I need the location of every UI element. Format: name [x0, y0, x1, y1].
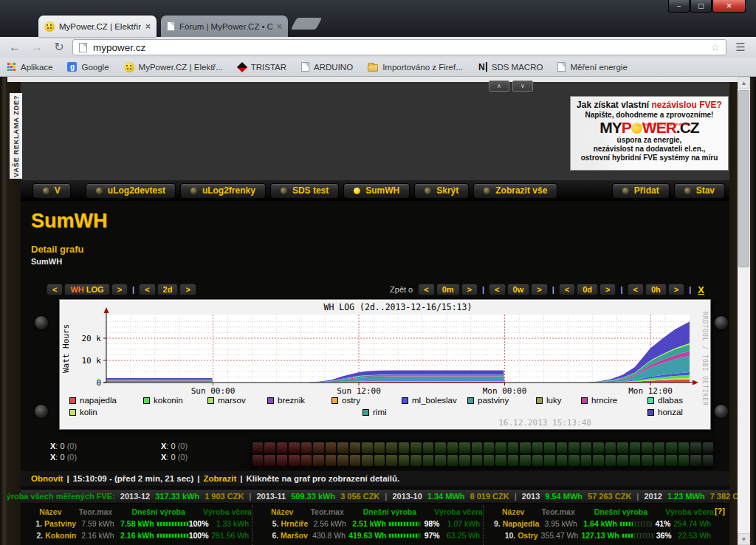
heat-cell[interactable] — [252, 455, 263, 466]
bookmark-sds[interactable]: NSDS MACRO — [478, 62, 543, 72]
heat-cell[interactable] — [617, 442, 628, 453]
heat-cell[interactable] — [472, 442, 482, 453]
heat-cell[interactable] — [617, 455, 628, 466]
heat-cell[interactable] — [264, 442, 275, 453]
table-row[interactable]: 1. Pastviny7.59 kWh7.58 kWh100%1.33 kWh — [24, 518, 249, 529]
nav-tab-ulog2devtest[interactable]: uLog2devtest — [86, 183, 176, 199]
heat-cell[interactable] — [326, 442, 336, 453]
rrd-graph-panel[interactable]: Sun 00:00Sun 12:00Mon 00:00Mon 12:00010 … — [59, 299, 711, 430]
heat-cell[interactable] — [399, 455, 409, 466]
heat-cell[interactable] — [666, 455, 676, 466]
heat-cell[interactable] — [374, 455, 385, 466]
heat-cell[interactable] — [520, 455, 530, 466]
heat-cell[interactable] — [666, 442, 676, 453]
address-bar[interactable]: mypower.cz ☆ — [72, 39, 726, 55]
close-graph-button[interactable]: X — [698, 284, 704, 295]
step-label-0h[interactable]: 0h — [645, 284, 667, 295]
show-link[interactable]: Zobrazit — [204, 474, 237, 483]
page-scroll-up-button[interactable]: ∧ — [489, 80, 509, 92]
heat-cell[interactable] — [557, 455, 567, 466]
heat-cell[interactable] — [678, 442, 689, 453]
heat-cell[interactable] — [495, 455, 506, 466]
heat-cell[interactable] — [252, 442, 263, 453]
heat-cell[interactable] — [362, 442, 372, 453]
nav-tab-v[interactable]: V — [32, 183, 71, 199]
page-scrollbar[interactable]: ▲ ▼ — [738, 77, 750, 545]
bookmark-star-icon[interactable]: ☆ — [710, 41, 720, 53]
bookmark-smiley[interactable]: MyPower.CZ | Elektř... — [124, 62, 223, 72]
heat-cell[interactable] — [642, 455, 652, 466]
heat-cell[interactable] — [410, 442, 421, 453]
heat-cell[interactable] — [459, 455, 470, 466]
bookmark-google[interactable]: gGoogle — [67, 62, 109, 72]
nav-button-zobrazit-vše[interactable]: Zobrazit vše — [473, 183, 557, 199]
nav-button-stav[interactable]: Stav — [674, 183, 725, 199]
help-link[interactable]: [?] — [715, 507, 725, 515]
heat-cell[interactable] — [264, 455, 275, 466]
minimize-button[interactable]: – — [668, 0, 690, 13]
heat-cell[interactable] — [495, 442, 506, 453]
step-fwd-button-0d[interactable]: > — [599, 284, 616, 295]
step-label-0w[interactable]: 0w — [507, 284, 530, 295]
step-fwd-button-0m[interactable]: > — [461, 284, 478, 295]
heat-cell[interactable] — [399, 442, 409, 453]
side-ad-banner[interactable]: VAŠE REKLAMA ZDE? — [10, 93, 22, 179]
heat-cell[interactable] — [350, 442, 360, 453]
heat-cell[interactable] — [301, 455, 312, 466]
heat-cell[interactable] — [568, 455, 579, 466]
heat-cell[interactable] — [484, 442, 494, 453]
heat-cell[interactable] — [301, 442, 312, 453]
mypower-ad-banner[interactable]: Jak získat vlastní nezávislou FVE? Napiš… — [570, 96, 729, 171]
heat-cell[interactable] — [630, 455, 640, 466]
table-row[interactable]: 5. Hrnčíře2.56 kWh2.51 kWh98%1.07 kWh — [255, 518, 480, 529]
heat-cell[interactable] — [532, 442, 543, 453]
heat-cell[interactable] — [459, 442, 470, 453]
heat-cell[interactable] — [374, 442, 385, 453]
heat-cell[interactable] — [581, 442, 591, 453]
heat-cell[interactable] — [568, 442, 579, 453]
heat-cell[interactable] — [289, 442, 299, 453]
graph-prev-button[interactable]: < — [47, 284, 63, 295]
heat-cell[interactable] — [435, 442, 445, 453]
step-back-button-0w[interactable]: < — [489, 284, 505, 295]
step-back-button-0m[interactable]: < — [418, 284, 434, 295]
tab-forum[interactable]: Fórum | MyPower.CZ • Oc × — [161, 16, 288, 37]
heat-cell[interactable] — [520, 442, 530, 453]
table-row[interactable]: 9. Napajedla3.95 kWh1.64 kWh41%254.74 Wh — [487, 518, 711, 529]
heat-cell[interactable] — [532, 455, 543, 466]
heat-cell[interactable] — [678, 455, 689, 466]
heat-cell[interactable] — [593, 442, 603, 453]
refresh-link[interactable]: Obnovit — [31, 474, 63, 483]
bookmark-apps[interactable]: Aplikace — [7, 63, 52, 72]
heat-cell[interactable] — [508, 455, 518, 466]
table-row[interactable]: 2. Kokonín2.16 kWh2.16 kWh100%291.56 Wh — [24, 529, 249, 541]
nav-button-skrýt[interactable]: Skrýt — [414, 183, 469, 199]
step-label-0d[interactable]: 0d — [577, 284, 598, 295]
heat-cell[interactable] — [690, 442, 701, 453]
heat-cell[interactable] — [447, 455, 458, 466]
bookmark-page[interactable]: Měření energie — [557, 62, 627, 72]
heat-cell[interactable] — [337, 442, 348, 453]
graph-selector[interactable]: WH LOG — [64, 284, 109, 295]
nav-tab-ulog2frenky[interactable]: uLog2frenky — [180, 183, 266, 199]
heat-cell[interactable] — [508, 442, 518, 453]
heat-cell[interactable] — [277, 455, 287, 466]
heat-cell[interactable] — [605, 442, 616, 453]
step-fwd-button-0h[interactable]: > — [668, 284, 684, 295]
forward-icon[interactable]: → — [28, 41, 46, 53]
nav-button-přidat[interactable]: Přidat — [612, 183, 670, 199]
scrollbar-up-icon[interactable]: ▲ — [738, 77, 750, 89]
heat-cell[interactable] — [313, 442, 323, 453]
heat-cell[interactable] — [593, 455, 603, 466]
maximize-button[interactable]: ▢ — [690, 0, 712, 13]
heat-cell[interactable] — [544, 442, 554, 453]
heat-cell[interactable] — [703, 442, 713, 453]
page-scroll-down-button[interactable]: ∨ — [512, 80, 533, 92]
heat-cell[interactable] — [484, 455, 494, 466]
step-back-button-0d[interactable]: < — [559, 284, 575, 295]
heat-cell[interactable] — [435, 455, 445, 466]
heat-cell[interactable] — [447, 442, 458, 453]
heat-cell[interactable] — [605, 455, 616, 466]
reload-icon[interactable]: ↻ — [50, 41, 68, 53]
new-tab-button[interactable] — [291, 18, 323, 30]
